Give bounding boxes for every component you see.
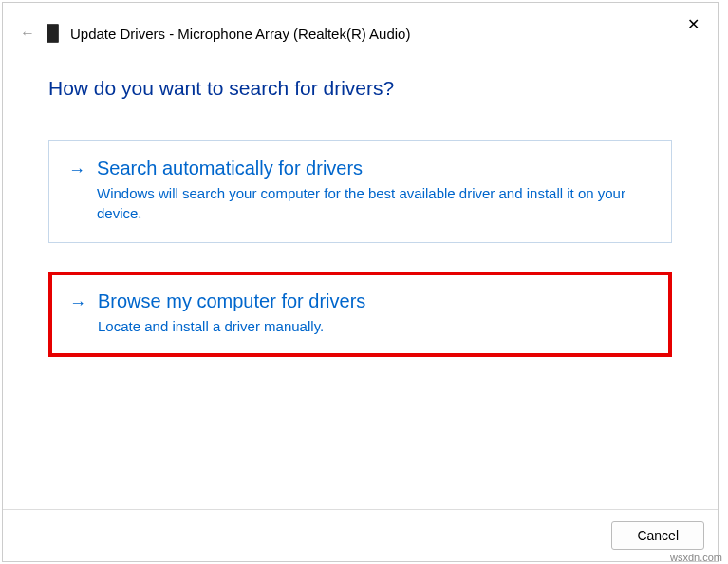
arrow-right-icon: → bbox=[68, 158, 85, 223]
option-browse-computer[interactable]: → Browse my computer for drivers Locate … bbox=[48, 272, 672, 357]
option-description: Locate and install a driver manually. bbox=[98, 316, 651, 336]
close-icon: ✕ bbox=[687, 16, 700, 32]
update-drivers-dialog: ✕ ← Update Drivers - Microphone Array (R… bbox=[2, 2, 719, 562]
main-content: How do you want to search for drivers? →… bbox=[3, 50, 718, 509]
search-question: How do you want to search for drivers? bbox=[48, 77, 672, 100]
back-button[interactable]: ← bbox=[20, 25, 35, 42]
device-icon bbox=[47, 24, 59, 43]
option-text: Search automatically for drivers Windows… bbox=[97, 158, 652, 223]
dialog-header: ← Update Drivers - Microphone Array (Rea… bbox=[3, 3, 718, 50]
back-arrow-icon: ← bbox=[20, 25, 35, 41]
option-text: Browse my computer for drivers Locate an… bbox=[98, 291, 651, 336]
dialog-title: Update Drivers - Microphone Array (Realt… bbox=[70, 26, 410, 42]
arrow-right-icon: → bbox=[69, 291, 86, 336]
option-title: Search automatically for drivers bbox=[97, 158, 652, 179]
option-description: Windows will search your computer for th… bbox=[97, 183, 652, 223]
cancel-button[interactable]: Cancel bbox=[611, 521, 704, 550]
option-title: Browse my computer for drivers bbox=[98, 291, 651, 312]
option-search-automatically[interactable]: → Search automatically for drivers Windo… bbox=[48, 140, 672, 243]
dialog-footer: Cancel bbox=[3, 509, 718, 561]
watermark: wsxdn.com bbox=[670, 552, 722, 563]
close-button[interactable]: ✕ bbox=[681, 12, 704, 35]
